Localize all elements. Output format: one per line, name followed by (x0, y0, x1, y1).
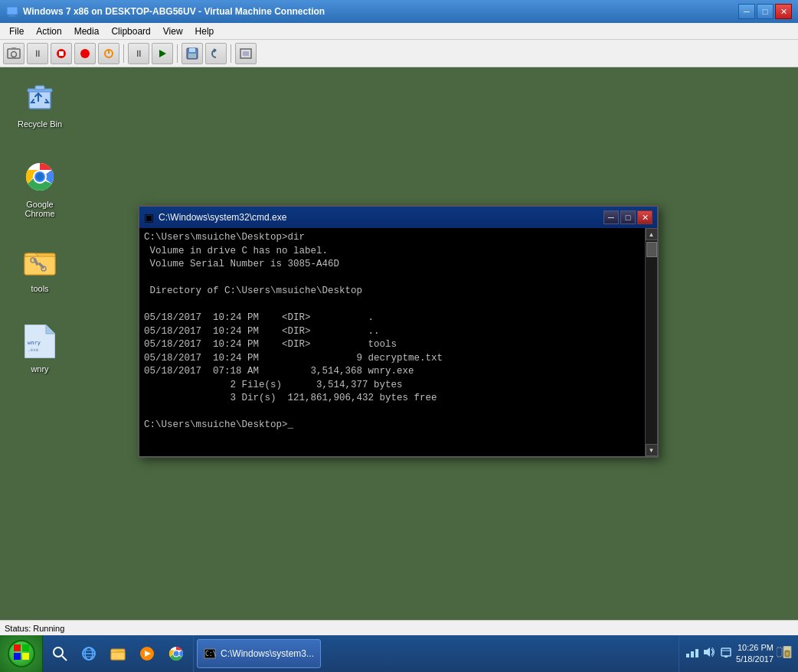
menu-item-media[interactable]: Media (68, 24, 106, 38)
svg-marker-15 (214, 48, 217, 53)
svg-point-37 (54, 648, 63, 657)
cmd-task-label: C:\Windows\system3... (221, 648, 314, 659)
chrome-icon-image (21, 158, 58, 195)
maximize-button[interactable]: □ (757, 4, 773, 19)
svg-rect-53 (686, 654, 689, 657)
menu-item-view[interactable]: View (157, 24, 189, 38)
tools-folder-icon[interactable]: tools (9, 240, 70, 298)
pause-btn[interactable]: ⏸ (27, 43, 48, 64)
start-button[interactable] (0, 635, 43, 672)
taskbar-ie-icon[interactable] (75, 640, 103, 667)
pause2-btn[interactable]: ⏸ (128, 43, 149, 64)
svg-rect-7 (59, 51, 64, 56)
menu-item-action[interactable]: Action (30, 24, 67, 38)
taskbar: C:\ C:\Windows\system3... (0, 635, 798, 672)
svg-marker-56 (704, 648, 710, 657)
menu-item-help[interactable]: Help (189, 24, 221, 38)
fullscreen-btn[interactable] (235, 43, 257, 64)
tray-other-icon1[interactable] (719, 646, 733, 661)
title-bar-controls: ─ □ ✕ (738, 4, 792, 19)
cmd-window: ▣ C:\Windows\system32\cmd.exe ─ □ ✕ C:\U… (138, 205, 659, 458)
cmd-titlebar[interactable]: ▣ C:\Windows\system32\cmd.exe ─ □ ✕ (139, 207, 657, 228)
save-btn[interactable] (182, 43, 203, 64)
title-bar: Windows 7 x86 on DESKTOP-ABG56UV - Virtu… (0, 0, 798, 23)
status-bar: Status: Running (0, 620, 798, 635)
svg-line-38 (62, 656, 67, 661)
wnry-label: wnry (28, 363, 51, 375)
svg-point-8 (80, 49, 90, 58)
cmd-scrollbar[interactable]: ▲ ▼ (645, 228, 657, 456)
cmd-task-button[interactable]: C:\ C:\Windows\system3... (197, 639, 321, 668)
taskbar-search-icon[interactable] (46, 640, 74, 667)
svg-rect-33 (14, 644, 21, 651)
svg-rect-1 (9, 15, 15, 16)
sep1 (123, 44, 124, 63)
minimize-button[interactable]: ─ (738, 4, 755, 19)
svg-rect-45 (111, 652, 125, 660)
svg-rect-59 (724, 656, 728, 657)
menu-item-clipboard[interactable]: Clipboard (105, 24, 156, 38)
menu-item-file[interactable]: File (3, 24, 30, 38)
tray-lock-icon[interactable] (777, 646, 792, 661)
taskbar-quicklaunch (43, 635, 194, 672)
sep2 (177, 44, 178, 63)
cmd-body: C:\Users\msuiche\Desktop>dir Volume in d… (139, 228, 657, 456)
taskbar-explorer-icon[interactable] (104, 640, 132, 667)
tray-audio-icon[interactable] (702, 646, 716, 661)
cmd-minimize-btn[interactable]: ─ (603, 210, 619, 224)
power-btn[interactable] (98, 43, 119, 64)
google-chrome-icon[interactable]: GoogleChrome (9, 155, 70, 223)
svg-rect-2 (8, 16, 16, 17)
revert-btn[interactable] (205, 43, 227, 64)
window-title: Windows 7 x86 on DESKTOP-ABG56UV - Virtu… (23, 6, 325, 17)
close-button[interactable]: ✕ (775, 4, 792, 19)
svg-point-24 (36, 173, 44, 181)
svg-marker-30 (46, 325, 55, 334)
svg-point-5 (11, 51, 17, 57)
scroll-thumb[interactable] (646, 242, 657, 257)
wnry-icon[interactable]: wnry .exe wnry (9, 320, 70, 378)
cmd-title-left: ▣ C:\Windows\system32\cmd.exe (144, 211, 286, 223)
system-clock[interactable]: 10:26 PM 5/18/2017 (736, 642, 773, 666)
recycle-bin-label: Recycle Bin (15, 118, 65, 130)
cmd-controls: ─ □ ✕ (603, 210, 652, 224)
svg-rect-63 (787, 654, 788, 656)
play-btn[interactable] (152, 43, 173, 64)
svg-rect-14 (188, 54, 196, 58)
taskbar-chrome-icon[interactable] (162, 640, 190, 667)
tray-network-icon[interactable] (685, 646, 699, 661)
desktop: Recycle Bin GoogleChrome (0, 67, 798, 635)
svg-rect-35 (14, 653, 21, 660)
stop-btn[interactable] (51, 43, 72, 64)
taskbar-tasks: C:\ C:\Windows\system3... (194, 635, 679, 672)
recycle-bin-icon[interactable]: Recycle Bin (9, 75, 70, 133)
toolbar: ⏸ ⏸ (0, 40, 798, 67)
svg-rect-64 (777, 648, 782, 657)
svg-rect-4 (11, 47, 16, 50)
start-orb (8, 640, 35, 667)
cmd-output: C:\Users\msuiche\Desktop>dir Volume in d… (144, 231, 652, 432)
cmd-title: C:\Windows\system32\cmd.exe (159, 212, 286, 223)
svg-rect-36 (22, 653, 29, 660)
scroll-up-arrow[interactable]: ▲ (646, 228, 658, 240)
status-text: Status: Running (5, 624, 64, 633)
svg-point-50 (174, 651, 179, 657)
scroll-down-arrow[interactable]: ▼ (646, 444, 658, 456)
svg-rect-55 (695, 649, 698, 657)
screenshot-btn[interactable] (3, 43, 25, 64)
wnry-icon-image: wnry .exe (21, 323, 58, 360)
record-btn[interactable] (74, 43, 96, 64)
svg-rect-0 (7, 7, 18, 15)
clock-date: 5/18/2017 (736, 654, 773, 665)
cmd-maximize-btn[interactable]: □ (620, 210, 636, 224)
taskbar-media-icon[interactable] (133, 640, 161, 667)
svg-rect-54 (691, 651, 694, 657)
svg-rect-20 (35, 86, 44, 90)
svg-text:wnry: wnry (28, 340, 41, 346)
cmd-close-btn[interactable]: ✕ (637, 210, 652, 224)
recycle-bin-image (21, 78, 58, 115)
svg-text:.exe: .exe (28, 347, 39, 352)
chrome-label: GoogleChrome (21, 198, 57, 220)
menu-bar: FileActionMediaClipboardViewHelp (0, 23, 798, 40)
windows-logo (13, 644, 30, 664)
